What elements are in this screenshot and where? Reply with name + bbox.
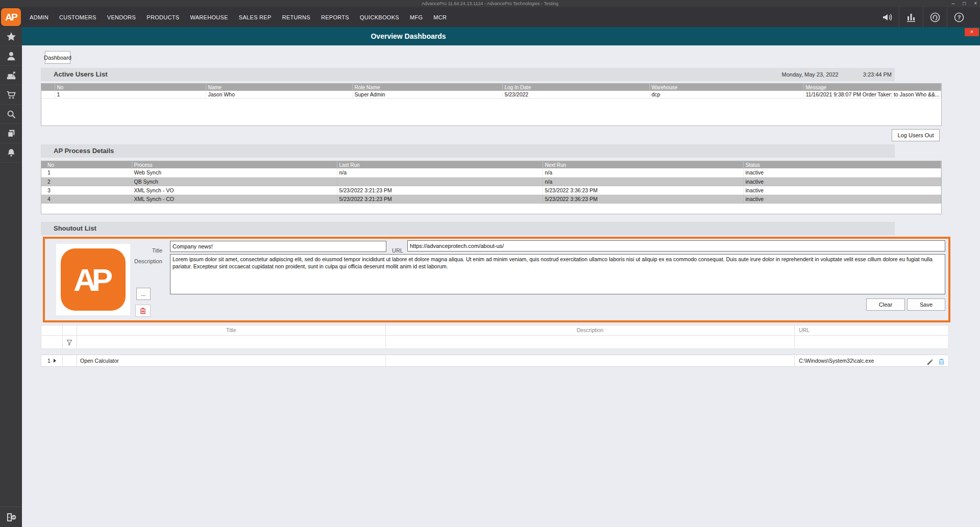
- process-table: No Process Last Run Next Run Status 1 We…: [41, 161, 942, 214]
- cell-next-run: n/a: [543, 168, 743, 177]
- cell-next-run: 5/23/2022 3:36:23 PM: [543, 186, 743, 194]
- delete-image-button[interactable]: [135, 305, 151, 317]
- copy-close-icon[interactable]: [0, 124, 22, 143]
- headset-icon[interactable]: [923, 7, 947, 27]
- menu-products[interactable]: PRODUCTS: [146, 14, 179, 20]
- shoutout-description-input[interactable]: Lorem ipsum dolor sit amet, consectetur …: [170, 254, 945, 294]
- filter-description-cell[interactable]: [386, 336, 795, 348]
- help-icon[interactable]: ?: [947, 7, 971, 27]
- process-row[interactable]: 1 Web Synch n/a n/a inactive: [41, 168, 941, 177]
- grid-col-url[interactable]: URL: [795, 325, 948, 335]
- star-icon[interactable]: [0, 27, 22, 46]
- log-users-out-button[interactable]: Log Users Out: [892, 129, 940, 141]
- row-filter-spacer: [63, 355, 77, 366]
- process-section-header: AP Process Details: [41, 144, 895, 158]
- cell-login-date: 5/23/2022: [502, 91, 649, 98]
- menu-warehouse[interactable]: WAREHOUSE: [190, 14, 228, 20]
- delete-row-button[interactable]: [937, 357, 946, 366]
- col-next-run: Next Run: [543, 161, 743, 168]
- col-login-date: Log In Date: [502, 84, 649, 91]
- app-logo: AP: [1, 8, 21, 26]
- col-message: Message: [803, 84, 941, 91]
- process-row[interactable]: 3 XML Synch - VO 5/23/2022 3:21:23 PM 5/…: [41, 186, 941, 194]
- edit-row-button[interactable]: [925, 357, 934, 366]
- factory-icon[interactable]: [0, 66, 22, 85]
- col-no: No: [41, 161, 132, 168]
- row-indicator-cell: 1: [41, 355, 63, 366]
- row-indicator-header: [41, 84, 55, 91]
- cell-status: inactive: [743, 186, 941, 194]
- shoutout-editor-panel: AP Title URL Description Lorem ipsum dol…: [43, 237, 950, 322]
- filter-icon[interactable]: [63, 336, 77, 348]
- menu-returns[interactable]: RETURNS: [282, 14, 310, 20]
- process-row[interactable]: 4 XML Synch - CO 5/23/2022 3:21:23 PM 5/…: [41, 194, 941, 203]
- menu-sales-rep[interactable]: SALES REP: [239, 14, 272, 20]
- process-row[interactable]: 2 QB Synch n/a inactive: [41, 177, 941, 186]
- page-close-button[interactable]: ×: [965, 28, 979, 36]
- grid-col-title[interactable]: Title: [77, 325, 386, 335]
- row-expand-icon[interactable]: [54, 359, 56, 363]
- cart-icon[interactable]: [0, 85, 22, 105]
- shoutout-image[interactable]: AP: [56, 244, 130, 315]
- announcement-icon[interactable]: [875, 7, 899, 27]
- page-title: Overview Dashboards: [22, 32, 795, 40]
- menu-reports[interactable]: REPORTS: [321, 14, 349, 20]
- col-no: No: [55, 84, 206, 91]
- cell-no: 4: [41, 194, 132, 203]
- window-minimize-button[interactable]: –: [952, 0, 955, 7]
- shoutout-url-input[interactable]: [407, 240, 945, 252]
- save-button[interactable]: Save: [907, 298, 945, 311]
- bar-chart-icon[interactable]: [899, 7, 923, 27]
- trash-icon: [938, 358, 945, 365]
- active-user-row[interactable]: 1 Jason Who Super Admin 5/23/2022 dcp 11…: [41, 91, 941, 98]
- cell-process: XML Synch - CO: [132, 194, 337, 203]
- grid-col-description[interactable]: Description: [386, 325, 795, 335]
- current-date: Monday, May 23, 2022: [782, 71, 839, 78]
- shoutout-grid-header: Title Description URL: [41, 325, 948, 336]
- menu-customers[interactable]: CUSTOMERS: [59, 14, 96, 20]
- pencil-icon: [926, 358, 934, 365]
- grid-filter-header: [63, 325, 77, 335]
- cell-process: XML Synch - VO: [132, 186, 337, 194]
- cell-last-run: 5/23/2022 3:21:23 PM: [337, 194, 543, 203]
- cell-process: Web Synch: [132, 168, 337, 177]
- filter-title-cell[interactable]: [77, 336, 386, 348]
- col-process: Process: [132, 161, 337, 168]
- cell-no: 1: [55, 91, 206, 98]
- filter-url-cell[interactable]: [795, 336, 948, 348]
- bell-icon[interactable]: [0, 143, 22, 163]
- cell-next-run: 5/23/2022 3:36:23 PM: [543, 194, 743, 203]
- menu-admin[interactable]: ADMIN: [30, 14, 48, 20]
- sidebar: [0, 27, 22, 527]
- exit-icon[interactable]: [0, 507, 22, 527]
- cell-status: inactive: [743, 168, 941, 177]
- description-field-label: Description: [111, 258, 162, 264]
- menu-vendors[interactable]: VENDORS: [107, 14, 136, 20]
- col-last-run: Last Run: [337, 161, 543, 168]
- cell-next-run: n/a: [543, 177, 743, 186]
- menubar: AP ADMIN CUSTOMERS VENDORS PRODUCTS WARE…: [0, 7, 980, 27]
- shoutout-section-header: Shoutout List: [41, 222, 895, 235]
- cell-process: QB Synch: [132, 177, 337, 186]
- current-time: 3:23:44 PM: [863, 71, 892, 78]
- shoutout-title-input[interactable]: [170, 241, 386, 252]
- window-close-button[interactable]: ×: [974, 0, 977, 7]
- row-title-cell: Open Calculator: [77, 355, 386, 366]
- cell-message: 11/16/2021 9:38:07 PM Order Taker: to Ja…: [803, 91, 941, 98]
- clear-button[interactable]: Clear: [866, 298, 905, 311]
- shoutout-grid-row[interactable]: 1 Open Calculator C:\Windows\System32\ca…: [41, 355, 948, 367]
- trash-icon: [139, 307, 147, 315]
- window-maximize-button[interactable]: □: [963, 0, 966, 7]
- process-header-row: No Process Last Run Next Run Status: [41, 161, 941, 168]
- menu-quickbooks[interactable]: QUICKBOOKS: [360, 14, 399, 20]
- menu-mfg[interactable]: MFG: [410, 14, 423, 20]
- active-users-section-header: Active Users List Monday, May 23, 2022 3…: [41, 68, 895, 81]
- person-icon[interactable]: [0, 46, 22, 66]
- process-title: AP Process Details: [54, 144, 895, 158]
- search-icon[interactable]: [0, 105, 22, 124]
- menu-mcr[interactable]: MCR: [433, 14, 447, 20]
- title-field-label: Title: [111, 247, 162, 254]
- browse-image-button[interactable]: ...: [136, 288, 151, 300]
- active-users-table: No Name Role Name Log In Date Warehouse …: [41, 83, 942, 126]
- tab-dashboard[interactable]: Dashboard: [45, 51, 70, 64]
